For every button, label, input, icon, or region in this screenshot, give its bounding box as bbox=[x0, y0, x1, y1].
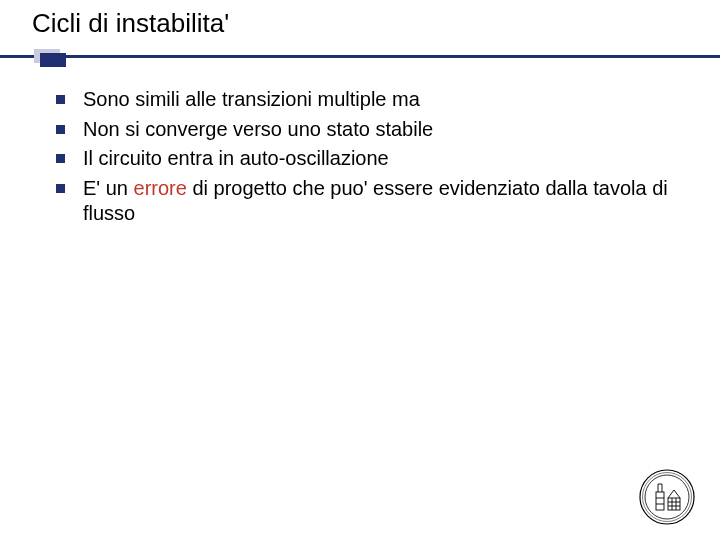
list-item: E' un errore di progetto che puo' essere… bbox=[56, 176, 680, 227]
square-bullet-icon bbox=[56, 184, 65, 193]
seal-icon bbox=[638, 468, 696, 526]
list-item: Il circuito entra in auto-oscillazione bbox=[56, 146, 680, 172]
list-item: Non si converge verso uno stato stabile bbox=[56, 117, 680, 143]
svg-point-0 bbox=[640, 470, 694, 524]
rule-line bbox=[0, 55, 720, 58]
square-bullet-icon bbox=[56, 95, 65, 104]
bullet-list: Sono simili alle transizioni multiple ma… bbox=[0, 87, 720, 227]
list-item-text: Il circuito entra in auto-oscillazione bbox=[83, 146, 680, 172]
rule-accent-dark bbox=[40, 53, 66, 67]
list-item-text: E' un errore di progetto che puo' essere… bbox=[83, 176, 680, 227]
list-item: Sono simili alle transizioni multiple ma bbox=[56, 87, 680, 113]
title-rule bbox=[0, 49, 720, 65]
slide-title: Cicli di instabilita' bbox=[0, 0, 720, 49]
list-item-text: Sono simili alle transizioni multiple ma bbox=[83, 87, 680, 113]
square-bullet-icon bbox=[56, 154, 65, 163]
square-bullet-icon bbox=[56, 125, 65, 134]
list-item-text: Non si converge verso uno stato stabile bbox=[83, 117, 680, 143]
